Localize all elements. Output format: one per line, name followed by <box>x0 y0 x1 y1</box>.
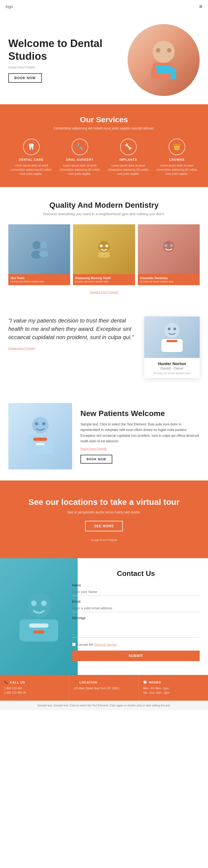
crowns-name: CROWNS <box>169 158 184 161</box>
email-label: Email <box>72 600 200 603</box>
virtual-tour-button[interactable]: SEE MORE <box>85 521 123 531</box>
implants-desc: Lorem ipsum dolor sit amet consectetur a… <box>105 163 151 176</box>
quality-title: Quality And Modern Dentistry <box>8 201 200 210</box>
footer-call-title: 📞 CALL US <box>4 680 65 684</box>
logo: logo <box>5 4 13 9</box>
new-patients-desc: Sample text. Click to select the Text El… <box>80 422 200 444</box>
footer-location-content: 123 Main Street New York, NY 10001 <box>74 686 134 691</box>
hero-text: Welcome to Dental Studios Image from Fre… <box>8 37 122 83</box>
quality-grid: Our Team Ut enim ad minim veniam quis Re… <box>8 224 200 285</box>
replacing-teeth-image <box>73 224 135 274</box>
svg-rect-12 <box>99 252 109 257</box>
services-title: Our Services <box>8 115 200 124</box>
crowns-desc: Lorem ipsum dolor sit amet consectetur a… <box>154 163 200 176</box>
svg-point-7 <box>32 241 41 249</box>
virtual-tour-subtitle: Sed ut perspiciatis auctor locus mairty … <box>8 510 200 514</box>
dental-care-icon: 🦷 <box>23 138 40 155</box>
location-icon: 📍 <box>74 680 78 684</box>
virtual-tour-credit: Image from Freepik <box>8 538 200 541</box>
svg-point-14 <box>105 245 108 247</box>
svg-point-23 <box>32 417 49 433</box>
our-team-label: Our Team Ut enim ad minim veniam quis <box>8 274 70 285</box>
our-team-image <box>8 224 70 274</box>
contact-section: Contact Us Name Email Message I accept t… <box>0 558 208 675</box>
svg-point-8 <box>40 242 47 248</box>
new-patients-text: New Patients Welcome Sample text. Click … <box>80 409 200 463</box>
submit-button[interactable]: SUBMIT <box>72 651 200 661</box>
svg-point-10 <box>39 251 48 257</box>
hero-credit-text: Image from Freepik <box>8 66 35 69</box>
footer-hours-content: Mon - Fri: 8am - 5pm Sat - Sun: 9am - 3p… <box>143 686 204 695</box>
cosmetic-label: Cosmetic Dentistry Ut enim ad minim veni… <box>138 274 200 285</box>
services-section: Our Services Consectetur adipiscing elit… <box>0 104 208 187</box>
name-label: Name <box>72 583 200 587</box>
quality-section: Quality And Modern Dentistry Discover ev… <box>0 187 208 303</box>
implants-icon: 🦴 <box>120 138 137 155</box>
virtual-tour-section: See our locations to take a virtual tour… <box>0 480 208 558</box>
svg-point-17 <box>170 244 173 247</box>
quality-credit: Images from Freepik <box>90 290 118 294</box>
oral-surgery-icon: 🔧 <box>72 138 88 155</box>
dental-care-desc: Lorem ipsum dolor sit amet consectetur a… <box>8 163 54 176</box>
svg-rect-33 <box>29 623 49 628</box>
terms-link[interactable]: Terms of Service <box>94 643 117 646</box>
email-input[interactable] <box>72 604 200 612</box>
svg-point-13 <box>100 245 103 247</box>
svg-rect-22 <box>166 340 178 342</box>
hero-image <box>128 24 200 96</box>
quality-card-replacing-teeth[interactable]: Replacing Missing Teeth Ut enim ad minim… <box>73 224 135 285</box>
footer-hours: 🕐 HOURS Mon - Fri: 8am - 5pm Sat - Sun: … <box>139 675 208 701</box>
svg-point-18 <box>164 322 180 338</box>
quality-card-our-team[interactable]: Our Team Ut enim ad minim veniam quis <box>8 224 70 285</box>
replacing-teeth-label: Replacing Missing Teeth Ut enim ad minim… <box>73 274 135 285</box>
hero-book-button[interactable]: BOOK NOW <box>8 73 42 83</box>
doctor-desc: Ut enim ad minim veniam quis <box>148 372 197 375</box>
svg-point-19 <box>168 328 171 330</box>
hero-title: Welcome to Dental Studios <box>8 37 122 63</box>
new-patients-title: New Patients Welcome <box>80 409 200 418</box>
footer-call-content: 1 800 123 456 1 920 123 456 78 <box>4 686 65 695</box>
doctor-image <box>144 316 200 358</box>
svg-rect-28 <box>36 443 44 445</box>
crowns-icon: 👑 <box>168 138 185 155</box>
terms-text: I accept the Terms of Service <box>77 643 117 646</box>
doctor-name: Hunter Norton <box>148 361 197 366</box>
service-crowns: 👑 CROWNS Lorem ipsum dolor sit amet cons… <box>154 138 200 176</box>
hero-image-placeholder <box>128 24 200 96</box>
quote-text: "I value my patients decision to trust t… <box>8 316 136 341</box>
contact-background-image <box>0 558 78 675</box>
message-input[interactable] <box>72 621 200 638</box>
quote-section: "I value my patients decision to trust t… <box>0 303 208 392</box>
phone-icon: 📞 <box>4 680 8 684</box>
name-input[interactable] <box>72 588 200 596</box>
clock-icon: 🕐 <box>143 680 147 684</box>
footer-info: 📞 CALL US 1 800 123 456 1 920 123 456 78… <box>0 675 208 701</box>
svg-point-29 <box>26 593 51 618</box>
quality-card-cosmetic[interactable]: Cosmetic Dentistry Ut enim ad minim veni… <box>138 224 200 285</box>
footer-hours-title: 🕐 HOURS <box>143 680 204 684</box>
svg-point-16 <box>164 244 167 247</box>
doctor-title: Dentist - Owner <box>148 367 197 370</box>
menu-icon[interactable]: ≡ <box>199 3 203 10</box>
hero-section: Welcome to Dental Studios Image from Fre… <box>0 13 208 104</box>
quote-text-wrap: "I value my patients decision to trust t… <box>8 316 136 350</box>
service-oral-surgery: 🔧 ORAL SURGERY Lorem ipsum dolor sit ame… <box>57 138 103 176</box>
svg-point-3 <box>167 48 172 53</box>
terms-checkbox[interactable] <box>72 643 76 646</box>
svg-point-24 <box>35 422 38 426</box>
new-patients-book-button[interactable]: BOOK NOW <box>80 455 112 464</box>
svg-rect-34 <box>33 630 44 634</box>
name-field-group: Name <box>72 583 200 596</box>
svg-point-25 <box>42 422 46 426</box>
svg-point-0 <box>153 41 175 63</box>
svg-rect-27 <box>33 438 47 441</box>
svg-point-30 <box>31 600 36 606</box>
svg-rect-5 <box>151 68 157 80</box>
quality-subtitle: Discover everything you need in a neighb… <box>8 212 200 216</box>
virtual-tour-title: See our locations to take a virtual tour <box>8 497 200 507</box>
footer-location: 📍 LOCATION 123 Main Street New York, NY … <box>69 675 139 701</box>
message-field-group: Message <box>72 616 200 639</box>
services-grid: 🦷 DENTAL CARE Lorem ipsum dolor sit amet… <box>8 138 200 176</box>
contact-title: Contact Us <box>72 569 200 578</box>
message-label: Message <box>72 616 200 620</box>
